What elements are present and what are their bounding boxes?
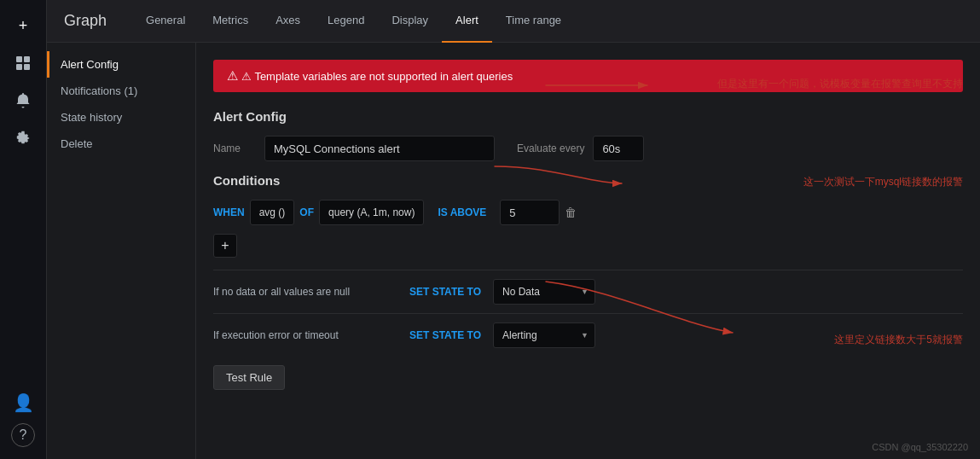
topbar: Graph General Metrics Axes Legend Displa… [47, 0, 980, 43]
add-condition-button[interactable]: + [213, 234, 237, 258]
svg-rect-1 [24, 56, 30, 62]
tab-alert[interactable]: Alert [442, 0, 492, 43]
panel-title: Graph [64, 12, 107, 30]
set-state-label-2: SET STATE TO [404, 329, 481, 341]
help-icon[interactable]: ? [11, 423, 35, 447]
avg-box[interactable]: avg () [250, 200, 295, 225]
evaluate-label: Evaluate every [517, 142, 584, 154]
user-icon[interactable]: 👤 [6, 386, 40, 420]
error-select[interactable]: Alerting Keep State OK [493, 322, 595, 348]
tab-display[interactable]: Display [378, 0, 442, 43]
evaluate-input[interactable] [593, 136, 644, 161]
bell-icon[interactable] [6, 84, 40, 118]
no-data-row: If no data or all values are null SET ST… [213, 270, 963, 313]
grid-icon[interactable] [6, 46, 40, 80]
gear-icon[interactable] [6, 121, 40, 155]
svg-rect-3 [24, 64, 30, 70]
conditions-title: Conditions [213, 173, 963, 188]
left-nav: Alert Config Notifications (1) State his… [47, 43, 196, 459]
name-row: Name Evaluate every [213, 136, 963, 161]
nav-state-history[interactable]: State history [47, 104, 195, 131]
tab-timerange[interactable]: Time range [492, 0, 575, 43]
set-state-label-1: SET STATE TO [404, 286, 481, 298]
conditions-row: WHEN avg () OF query (A, 1m, now) IS ABO… [213, 200, 963, 225]
content-area: Alert Config Notifications (1) State his… [47, 43, 980, 459]
delete-condition-icon[interactable]: 🗑 [565, 206, 577, 219]
svg-rect-0 [16, 56, 22, 62]
add-condition-row: + [213, 234, 963, 258]
of-label: OF [299, 206, 314, 218]
alert-config-title: Alert Config [213, 109, 963, 124]
main-area: Graph General Metrics Axes Legend Displa… [47, 0, 980, 459]
state-section: If no data or all values are null SET ST… [213, 270, 963, 357]
no-data-select[interactable]: No Data Alerting Keep State OK [493, 279, 595, 305]
credit-text: CSDN @qq_35302220 [872, 442, 968, 452]
sidebar-bottom: 👤 ? [6, 386, 40, 459]
when-label: WHEN [213, 206, 245, 218]
nav-alert-config[interactable]: Alert Config [47, 51, 195, 78]
error-row: If execution error or timeout SET STATE … [213, 313, 963, 357]
tab-metrics[interactable]: Metrics [199, 0, 262, 43]
panel-body: ⚠ ⚠ Template variables are not supported… [196, 43, 980, 459]
query-box[interactable]: query (A, 1m, now) [319, 200, 424, 225]
test-rule-button[interactable]: Test Rule [213, 365, 285, 390]
no-data-select-wrap: No Data Alerting Keep State OK [493, 279, 595, 305]
plus-icon[interactable]: + [6, 9, 40, 43]
tab-legend[interactable]: Legend [314, 0, 378, 43]
name-input[interactable] [264, 136, 495, 161]
warning-icon: ⚠ [227, 68, 238, 84]
nav-notifications[interactable]: Notifications (1) [47, 78, 195, 104]
svg-rect-2 [16, 64, 22, 70]
error-select-wrap: Alerting Keep State OK [493, 322, 595, 348]
name-label: Name [213, 142, 256, 154]
sidebar: + 👤 ? [0, 0, 47, 459]
tab-general[interactable]: General [132, 0, 199, 43]
no-data-label: If no data or all values are null [213, 286, 392, 298]
threshold-input[interactable] [500, 200, 560, 225]
tab-axes[interactable]: Axes [262, 0, 314, 43]
alert-banner: ⚠ ⚠ Template variables are not supported… [213, 60, 963, 92]
error-label: If execution error or timeout [213, 329, 392, 341]
nav-delete[interactable]: Delete [47, 131, 195, 157]
is-above-box: IS ABOVE [429, 200, 495, 225]
